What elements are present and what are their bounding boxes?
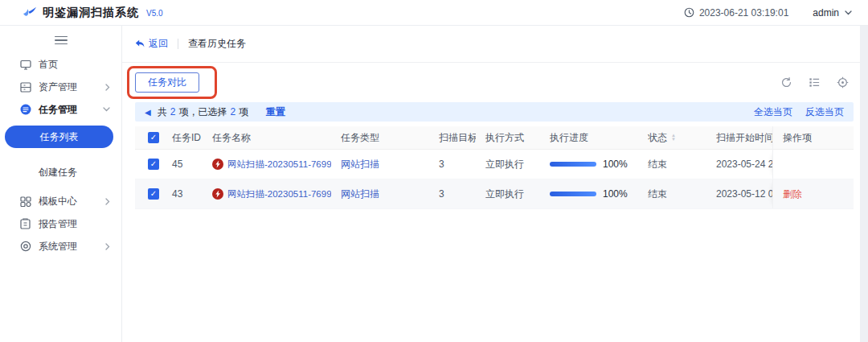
sidebar-item-task-list[interactable]: 任务列表: [5, 126, 113, 148]
username: admin: [813, 7, 839, 19]
invert-select-page-link[interactable]: 反选当页: [805, 105, 844, 119]
cell-start-time: 2023-05-24 23:0: [706, 150, 772, 179]
cell-status: 结束: [638, 179, 706, 208]
cell-task-id: 43: [162, 179, 203, 208]
sidebar-item-templates[interactable]: 模板中心: [0, 190, 121, 212]
sidebar-item-system[interactable]: 系统管理: [0, 235, 121, 258]
bird-logo-icon: [23, 6, 37, 19]
selection-bar: ◀ 共 2 项，已选择 2 项 重置 全选当页 反选当页: [135, 102, 854, 122]
select-all-checkbox[interactable]: ✓: [148, 132, 159, 143]
summary-mid: 项，已选择: [178, 105, 227, 119]
cell-target-count: 3: [429, 150, 476, 179]
sidebar: 首页 资产管理 任务管理 任务列表: [0, 26, 122, 342]
progress-label: 100%: [603, 159, 628, 170]
col-task-id: 任务ID: [162, 126, 203, 149]
sort-carets-icon[interactable]: ▲▼: [671, 134, 676, 142]
chevron-right-icon: [105, 198, 110, 205]
clipboard-icon: [19, 218, 31, 229]
left-triangle-icon: ◀: [145, 108, 151, 117]
task-name-link[interactable]: 网站扫描-20230511-76998: [227, 159, 331, 171]
refresh-icon[interactable]: [780, 76, 792, 89]
sidebar-item-create-task[interactable]: 创建任务: [0, 161, 121, 183]
sidebar-collapse-button[interactable]: [55, 34, 68, 47]
task-type-link[interactable]: 网站扫描: [341, 158, 379, 171]
col-task-name: 任务名称: [203, 126, 331, 149]
app-title: 明鉴漏洞扫描系统: [43, 6, 139, 20]
selection-summary: ◀ 共 2 项，已选择 2 项 重置: [145, 105, 285, 119]
top-header: 明鉴漏洞扫描系统 V5.0 2023-06-21 03:19:01 admin: [0, 0, 868, 26]
sidebar-item-home[interactable]: 首页: [0, 53, 121, 76]
col-exec-mode: 执行方式: [476, 126, 540, 149]
page-right-gutter: [860, 26, 868, 342]
back-button[interactable]: 返回: [135, 37, 168, 51]
delete-task-link[interactable]: 删除: [783, 187, 802, 201]
row-checkbox[interactable]: ✓: [148, 188, 159, 200]
progress-label: 100%: [603, 188, 628, 200]
chevron-right-icon: [105, 84, 110, 91]
col-status[interactable]: 状态 ▲▼: [638, 126, 706, 149]
sidebar-item-assets[interactable]: 资产管理: [0, 76, 121, 98]
sidebar-item-label: 资产管理: [39, 80, 105, 94]
selected-count: 2: [230, 106, 235, 117]
main-panel: 返回 查看历史任务 任务对比: [122, 26, 860, 342]
cell-exec-mode: 立即执行: [476, 179, 540, 208]
sidebar-item-label: 系统管理: [39, 240, 105, 253]
table-row: ✓ 43 网站扫描-20230511-76998 网站扫描 3 立即执行 100…: [135, 179, 854, 209]
cell-task-id: 45: [162, 150, 203, 179]
progress-bar: [550, 162, 596, 167]
current-datetime: 2023-06-21 03:19:01: [699, 7, 788, 19]
col-target-count: 扫描目标数: [429, 126, 476, 149]
total-count: 2: [170, 106, 176, 117]
settings-gear-icon[interactable]: [837, 76, 849, 89]
clock-icon: [684, 7, 694, 18]
cell-actions: [772, 150, 854, 179]
topbar-right: 2023-06-21 03:19:01 admin: [684, 7, 852, 19]
cell-start-time: 2023-05-12 01:0: [706, 179, 772, 208]
task-circle-icon: [19, 104, 31, 115]
col-start-time: 扫描开始时间: [706, 126, 772, 149]
cell-status: 结束: [638, 150, 706, 179]
user-menu[interactable]: admin: [813, 7, 852, 19]
chevron-right-icon: [105, 243, 110, 250]
monitor-icon: [19, 60, 31, 70]
sidebar-item-tasks[interactable]: 任务管理: [0, 98, 121, 121]
chevron-down-icon: [845, 10, 852, 15]
app-version: V5.0: [146, 9, 163, 18]
sidebar-item-label: 报告管理: [39, 217, 110, 231]
task-type-link[interactable]: 网站扫描: [341, 187, 379, 201]
col-status-label: 状态: [648, 131, 667, 145]
sidebar-item-label: 首页: [39, 58, 110, 72]
table-header-row: ✓ 任务ID 任务名称 任务类型 扫描目标数 执行方式 执行进度 状态 ▲▼ 扫…: [135, 126, 854, 150]
sidebar-item-label: 模板中心: [39, 195, 105, 208]
breadcrumb: 返回 查看历史任务: [122, 26, 860, 63]
table-row: ✓ 45 网站扫描-20230511-76998 网站扫描 3 立即执行 100…: [135, 150, 854, 179]
gear-icon: [19, 241, 31, 252]
back-label: 返回: [149, 37, 168, 51]
task-compare-button[interactable]: 任务对比: [135, 72, 199, 93]
progress-bar: [550, 192, 596, 196]
content-area: 首页 资产管理 任务管理 任务列表: [0, 26, 868, 342]
asset-box-icon: [19, 82, 31, 93]
toolbar-row: 任务对比: [122, 63, 860, 102]
cell-target-count: 3: [429, 179, 476, 208]
breadcrumb-divider: [178, 39, 178, 49]
row-checkbox[interactable]: ✓: [148, 159, 159, 170]
sidebar-item-reports[interactable]: 报告管理: [0, 212, 121, 235]
template-icon: [19, 196, 31, 207]
sidebar-item-label: 任务管理: [39, 103, 103, 117]
list-view-icon[interactable]: [809, 76, 821, 89]
reset-selection-link[interactable]: 重置: [266, 105, 285, 119]
summary-suffix: 项: [239, 105, 248, 119]
summary-prefix: 共: [158, 105, 167, 119]
task-table: ✓ 任务ID 任务名称 任务类型 扫描目标数 执行方式 执行进度 状态 ▲▼ 扫…: [135, 126, 854, 209]
logo-area: 明鉴漏洞扫描系统 V5.0: [23, 6, 163, 20]
selection-actions: 全选当页 反选当页: [754, 105, 844, 119]
cell-exec-mode: 立即执行: [476, 150, 540, 179]
task-name-link[interactable]: 网站扫描-20230511-76998: [227, 188, 331, 200]
table-tool-icons: [780, 76, 849, 89]
high-risk-icon: [212, 188, 223, 200]
chevron-down-icon: [103, 107, 110, 112]
breadcrumb-current: 查看历史任务: [188, 37, 246, 51]
select-all-page-link[interactable]: 全选当页: [754, 105, 792, 119]
col-progress: 执行进度: [540, 126, 638, 149]
